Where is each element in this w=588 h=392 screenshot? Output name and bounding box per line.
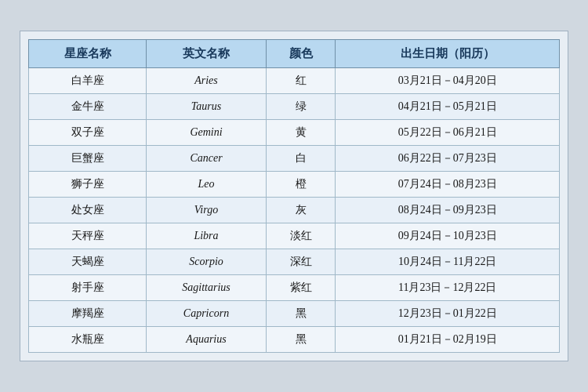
cell-english-name: Aries [147, 68, 267, 94]
cell-color: 黑 [267, 301, 336, 327]
cell-english-name: Gemini [147, 120, 267, 146]
table-body: 白羊座Aries红03月21日－04月20日金牛座Taurus绿04月21日－0… [29, 68, 560, 353]
table-row: 天秤座Libra淡红09月24日－10月23日 [29, 223, 560, 249]
cell-chinese-name: 巨蟹座 [29, 146, 147, 172]
cell-chinese-name: 天秤座 [29, 223, 147, 249]
header-color: 颜色 [267, 40, 336, 68]
cell-dates: 06月22日－07月23日 [336, 146, 560, 172]
zodiac-table: 星座名称 英文名称 颜色 出生日期（阳历） 白羊座Aries红03月21日－04… [28, 39, 560, 353]
cell-color: 红 [267, 68, 336, 94]
table-row: 狮子座Leo橙07月24日－08月23日 [29, 172, 560, 198]
cell-chinese-name: 双子座 [29, 120, 147, 146]
cell-chinese-name: 白羊座 [29, 68, 147, 94]
table-row: 处女座Virgo灰08月24日－09月23日 [29, 198, 560, 223]
cell-dates: 07月24日－08月23日 [336, 172, 560, 198]
cell-chinese-name: 射手座 [29, 275, 147, 301]
table-row: 天蝎座Scorpio深红10月24日－11月22日 [29, 249, 560, 275]
cell-english-name: Aquarius [147, 327, 267, 353]
cell-dates: 01月21日－02月19日 [336, 327, 560, 353]
cell-color: 紫红 [267, 275, 336, 301]
cell-dates: 10月24日－11月22日 [336, 249, 560, 275]
table-row: 双子座Gemini黄05月22日－06月21日 [29, 120, 560, 146]
header-english-name: 英文名称 [147, 40, 267, 68]
cell-color: 深红 [267, 249, 336, 275]
cell-color: 绿 [267, 94, 336, 120]
cell-color: 橙 [267, 172, 336, 198]
cell-dates: 04月21日－05月21日 [336, 94, 560, 120]
cell-chinese-name: 金牛座 [29, 94, 147, 120]
header-chinese-name: 星座名称 [29, 40, 147, 68]
cell-english-name: Taurus [147, 94, 267, 120]
table-row: 巨蟹座Cancer白06月22日－07月23日 [29, 146, 560, 172]
cell-chinese-name: 摩羯座 [29, 301, 147, 327]
cell-dates: 05月22日－06月21日 [336, 120, 560, 146]
cell-dates: 08月24日－09月23日 [336, 198, 560, 223]
main-container: 星座名称 英文名称 颜色 出生日期（阳历） 白羊座Aries红03月21日－04… [20, 31, 568, 361]
table-row: 射手座Sagittarius紫红11月23日－12月22日 [29, 275, 560, 301]
cell-color: 黄 [267, 120, 336, 146]
cell-color: 黑 [267, 327, 336, 353]
table-row: 白羊座Aries红03月21日－04月20日 [29, 68, 560, 94]
cell-dates: 12月23日－01月22日 [336, 301, 560, 327]
cell-english-name: Cancer [147, 146, 267, 172]
cell-english-name: Sagittarius [147, 275, 267, 301]
table-row: 摩羯座Capricorn黑12月23日－01月22日 [29, 301, 560, 327]
cell-chinese-name: 狮子座 [29, 172, 147, 198]
header-dates: 出生日期（阳历） [336, 40, 560, 68]
cell-color: 淡红 [267, 223, 336, 249]
table-row: 金牛座Taurus绿04月21日－05月21日 [29, 94, 560, 120]
cell-english-name: Virgo [147, 198, 267, 223]
cell-color: 灰 [267, 198, 336, 223]
cell-english-name: Scorpio [147, 249, 267, 275]
table-row: 水瓶座Aquarius黑01月21日－02月19日 [29, 327, 560, 353]
cell-dates: 03月21日－04月20日 [336, 68, 560, 94]
cell-dates: 11月23日－12月22日 [336, 275, 560, 301]
cell-chinese-name: 处女座 [29, 198, 147, 223]
cell-english-name: Libra [147, 223, 267, 249]
cell-chinese-name: 天蝎座 [29, 249, 147, 275]
table-header-row: 星座名称 英文名称 颜色 出生日期（阳历） [29, 40, 560, 68]
cell-dates: 09月24日－10月23日 [336, 223, 560, 249]
cell-english-name: Leo [147, 172, 267, 198]
cell-color: 白 [267, 146, 336, 172]
cell-chinese-name: 水瓶座 [29, 327, 147, 353]
cell-english-name: Capricorn [147, 301, 267, 327]
